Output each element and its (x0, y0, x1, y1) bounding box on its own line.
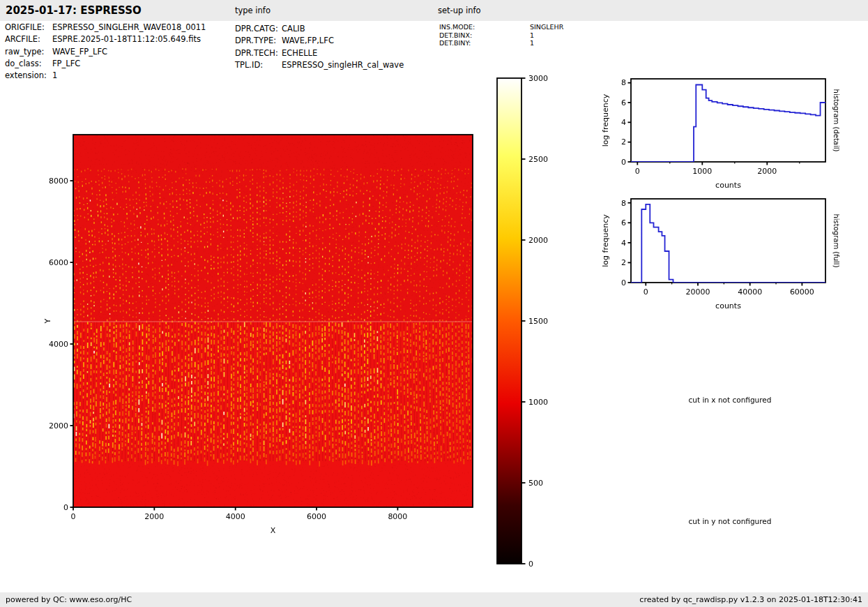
file-info-label: extension: (5, 70, 52, 82)
svg-text:8000: 8000 (388, 512, 407, 521)
setup-info-row: DET.BINX:1 (439, 31, 563, 40)
hist_detail-plot: 01000200002468countslog frequencyhistogr… (601, 78, 840, 190)
svg-text:Y: Y (43, 318, 52, 324)
svg-text:0: 0 (621, 158, 626, 167)
setup-info-row: INS.MODE:SINGLEHR (439, 23, 563, 31)
svg-text:counts: counts (715, 301, 741, 310)
file-info-row: ARCFILE:ESPRE.2025-01-18T11:12:05.649.fi… (5, 33, 206, 45)
setup-info-row: DET.BINY:1 (439, 39, 563, 47)
file-info-label: ARCFILE: (5, 33, 52, 45)
footer-powered-by: powered by QC: www.eso.org/HC (6, 592, 132, 607)
file-info-value: WAVE_FP_LFC (52, 47, 107, 57)
type-info-header: type info (235, 0, 271, 21)
svg-text:2000: 2000 (757, 167, 777, 176)
svg-text:6000: 6000 (307, 512, 326, 521)
type-info-row: DPR.TYPE:WAVE,FP,LFC (235, 35, 404, 47)
svg-text:40000: 40000 (738, 287, 762, 297)
file-info-value: ESPRESSO_SINGLEHR_WAVE018_0011 (52, 22, 206, 32)
svg-text:2500: 2500 (528, 155, 548, 164)
type-info-value: ESPRESSO_singleHR_cal_wave (282, 60, 404, 70)
type-info-block: DPR.CATG:CALIB DPR.TYPE:WAVE,FP,LFC DPR.… (235, 23, 404, 71)
qc-report-page: 2025-01-17: ESPRESSO type info set-up in… (0, 0, 868, 607)
svg-text:2000: 2000 (144, 512, 164, 521)
type-info-label: TPL.ID: (235, 59, 282, 71)
svg-text:1500: 1500 (528, 317, 548, 326)
svg-text:2: 2 (621, 137, 626, 147)
header-bar: 2025-01-17: ESPRESSO type info set-up in… (0, 0, 868, 21)
svg-text:X: X (271, 526, 276, 535)
svg-text:2000: 2000 (528, 236, 548, 245)
svg-text:2: 2 (621, 258, 626, 267)
setup-info-label: INS.MODE: (439, 23, 530, 31)
svg-text:1000: 1000 (692, 167, 712, 176)
setup-info-label: DET.BINY: (439, 39, 530, 47)
svg-text:6: 6 (621, 98, 626, 107)
type-info-row: DPR.CATG:CALIB (235, 23, 404, 35)
hist_full-line (631, 204, 825, 283)
type-info-row: DPR.TECH:ECHELLE (235, 47, 404, 59)
setup-info-value: SINGLEHR (530, 23, 563, 31)
setup-info-value: 1 (530, 31, 534, 39)
hist_full-plot: 020000400006000002468countslog frequency… (601, 199, 840, 310)
svg-text:20000: 20000 (685, 287, 710, 297)
setup-info-value: 1 (530, 39, 534, 47)
setup-info-block: INS.MODE:SINGLEHR DET.BINX:1 DET.BINY:1 (439, 23, 563, 47)
footer-bar: powered by QC: www.eso.org/HC created by… (0, 592, 868, 607)
footer-created-by: created by qc_rawdisp.py v1.2.3 on 2025-… (639, 592, 862, 607)
file-info-label: raw_type: (5, 46, 52, 58)
svg-text:histogram (full): histogram (full) (832, 213, 840, 267)
type-info-row: TPL.ID:ESPRESSO_singleHR_cal_wave (235, 59, 404, 71)
svg-text:histogram (detail): histogram (detail) (832, 89, 840, 152)
svg-text:8000: 8000 (49, 177, 68, 186)
type-info-label: DPR.TYPE: (235, 35, 282, 47)
file-info-value: 1 (52, 70, 57, 80)
svg-text:0: 0 (635, 167, 640, 176)
svg-text:0: 0 (644, 287, 648, 297)
svg-text:3000: 3000 (528, 74, 548, 83)
svg-text:8: 8 (621, 199, 626, 208)
svg-text:log frequency: log frequency (601, 214, 610, 267)
type-info-value: WAVE,FP,LFC (282, 36, 334, 45)
type-info-label: DPR.CATG: (235, 23, 282, 35)
svg-text:4000: 4000 (49, 340, 68, 349)
svg-text:0: 0 (71, 512, 76, 521)
file-info-value: ESPRE.2025-01-18T11:12:05.649.fits (52, 34, 201, 44)
svg-text:4: 4 (621, 239, 626, 248)
svg-text:500: 500 (528, 479, 543, 488)
file-info-block: ORIGFILE:ESPRESSO_SINGLEHR_WAVE018_0011 … (5, 22, 206, 82)
type-info-label: DPR.TECH: (235, 47, 282, 59)
svg-text:6: 6 (621, 218, 626, 227)
svg-text:60000: 60000 (790, 287, 814, 297)
type-info-value: CALIB (282, 24, 305, 33)
cut-in-x-note: cut in x not configured (689, 396, 772, 404)
file-info-row: ORIGFILE:ESPRESSO_SINGLEHR_WAVE018_0011 (5, 22, 206, 33)
svg-text:2000: 2000 (49, 421, 68, 430)
svg-text:4000: 4000 (226, 512, 245, 521)
type-info-value: ECHELLE (282, 48, 317, 58)
file-info-row: do_class:FP_LFC (5, 58, 206, 70)
file-info-label: do_class: (5, 58, 52, 70)
svg-text:0: 0 (528, 560, 533, 569)
svg-text:6000: 6000 (49, 258, 68, 267)
file-info-label: ORIGFILE: (5, 22, 52, 33)
svg-text:4: 4 (621, 118, 626, 127)
svg-text:8: 8 (621, 78, 626, 87)
svg-text:0: 0 (63, 503, 68, 512)
cut-in-y-note: cut in y not configured (689, 517, 772, 525)
svg-text:1000: 1000 (528, 398, 548, 407)
colorbar: 050010001500200025003000 (497, 74, 548, 569)
svg-text:0: 0 (621, 278, 626, 287)
svg-text:counts: counts (715, 181, 741, 190)
file-info-row: raw_type:WAVE_FP_LFC (5, 46, 206, 58)
hist_detail-line (631, 85, 825, 163)
file-info-value: FP_LFC (52, 59, 80, 68)
page-title: 2025-01-17: ESPRESSO (6, 0, 142, 21)
setup-info-label: DET.BINX: (439, 31, 530, 40)
svg-text:log frequency: log frequency (601, 93, 610, 147)
raw-frame-image (73, 135, 473, 507)
file-info-row: extension:1 (5, 70, 206, 82)
setup-info-header: set-up info (438, 0, 481, 21)
